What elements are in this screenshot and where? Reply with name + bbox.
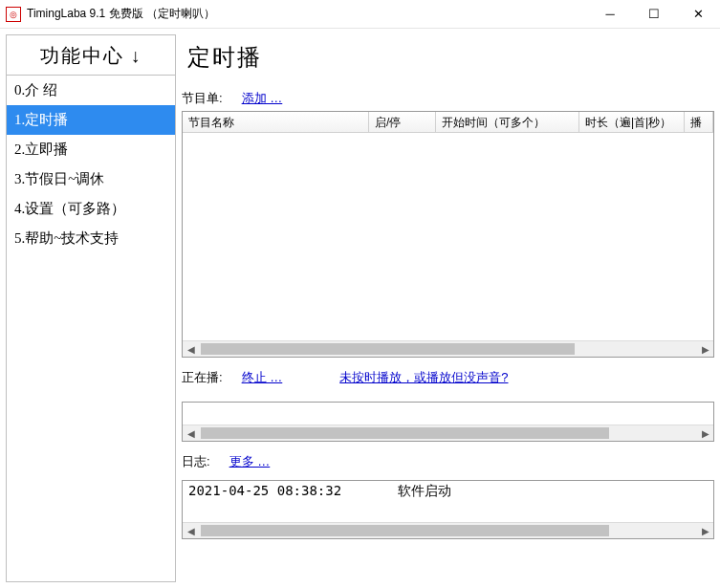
page-title: 定时播 xyxy=(182,34,714,88)
sidebar-item-1[interactable]: 1.定时播 xyxy=(7,105,175,135)
minimize-button[interactable]: ─ xyxy=(588,0,632,29)
scroll-right-icon[interactable]: ▶ xyxy=(697,425,713,441)
client-area: 功能中心 ↓ 0.介 绍1.定时播2.立即播3.节假日~调休4.设置（可多路）5… xyxy=(0,29,720,588)
column-header-1[interactable]: 启/停 xyxy=(369,112,436,132)
nowplay-label: 正在播: xyxy=(182,369,223,386)
log-box: 2021-04-25 08:38:32 软件启动 ◀ ▶ xyxy=(182,480,714,539)
program-section-header: 节目单: 添加 … xyxy=(182,88,714,111)
add-program-link[interactable]: 添加 … xyxy=(242,90,283,107)
log-body[interactable]: 2021-04-25 08:38:32 软件启动 xyxy=(183,481,713,522)
scroll-right-icon[interactable]: ▶ xyxy=(697,341,713,357)
log-section-header: 日志: 更多 … xyxy=(182,451,714,474)
stop-link[interactable]: 终止 … xyxy=(242,369,283,386)
scroll-left-icon[interactable]: ◀ xyxy=(183,341,199,357)
scroll-thumb[interactable] xyxy=(201,343,575,355)
maximize-button[interactable]: ☐ xyxy=(632,0,676,29)
app-icon: ◎ xyxy=(6,7,21,22)
table-hscrollbar[interactable]: ◀ ▶ xyxy=(183,340,713,357)
program-table: 节目名称启/停开始时间（可多个）时长（遍|首|秒）播 ◀ ▶ xyxy=(182,111,714,358)
nowplay-box: ◀ ▶ xyxy=(182,402,714,442)
column-header-4[interactable]: 播 xyxy=(685,112,713,132)
scroll-track[interactable] xyxy=(199,425,697,441)
program-label: 节目单: xyxy=(182,90,223,107)
scroll-left-icon[interactable]: ◀ xyxy=(183,523,199,538)
sidebar: 功能中心 ↓ 0.介 绍1.定时播2.立即播3.节假日~调休4.设置（可多路）5… xyxy=(6,34,176,582)
nowplay-body[interactable] xyxy=(183,403,713,425)
sidebar-header[interactable]: 功能中心 ↓ xyxy=(7,35,175,76)
table-header: 节目名称启/停开始时间（可多个）时长（遍|首|秒）播 xyxy=(183,112,713,133)
sidebar-item-2[interactable]: 2.立即播 xyxy=(7,135,175,164)
scroll-track[interactable] xyxy=(199,523,697,538)
titlebar: ◎ TimingLaba 9.1 免费版 （定时喇叭） ─ ☐ ✕ xyxy=(0,0,720,29)
log-entry-msg: 软件启动 xyxy=(398,483,451,498)
sidebar-list: 0.介 绍1.定时播2.立即播3.节假日~调休4.设置（可多路）5.帮助~技术支… xyxy=(7,76,175,581)
scroll-thumb[interactable] xyxy=(201,427,609,439)
log-label: 日志: xyxy=(182,453,210,470)
main-panel: 定时播 节目单: 添加 … 节目名称启/停开始时间（可多个）时长（遍|首|秒）播… xyxy=(182,34,714,582)
table-body[interactable] xyxy=(183,133,713,340)
column-header-3[interactable]: 时长（遍|首|秒） xyxy=(579,112,685,132)
column-header-2[interactable]: 开始时间（可多个） xyxy=(436,112,579,132)
close-button[interactable]: ✕ xyxy=(676,0,720,29)
sidebar-item-4[interactable]: 4.设置（可多路） xyxy=(7,194,175,224)
column-header-0[interactable]: 节目名称 xyxy=(183,112,369,132)
scroll-left-icon[interactable]: ◀ xyxy=(183,425,199,441)
nowplay-section-header: 正在播: 终止 … 未按时播放，或播放但没声音? xyxy=(182,367,714,390)
sidebar-item-3[interactable]: 3.节假日~调休 xyxy=(7,164,175,194)
window-title: TimingLaba 9.1 免费版 （定时喇叭） xyxy=(27,6,588,22)
log-entry-time: 2021-04-25 08:38:32 xyxy=(188,483,341,498)
scroll-right-icon[interactable]: ▶ xyxy=(697,523,713,538)
sidebar-item-0[interactable]: 0.介 绍 xyxy=(7,76,175,105)
log-hscrollbar[interactable]: ◀ ▶ xyxy=(183,522,713,538)
window-controls: ─ ☐ ✕ xyxy=(588,0,720,29)
sidebar-item-5[interactable]: 5.帮助~技术支持 xyxy=(7,224,175,253)
log-more-link[interactable]: 更多 … xyxy=(229,453,271,470)
scroll-thumb[interactable] xyxy=(201,525,609,536)
troubleshoot-link[interactable]: 未按时播放，或播放但没声音? xyxy=(339,369,508,386)
nowplay-hscrollbar[interactable]: ◀ ▶ xyxy=(183,425,713,441)
scroll-track[interactable] xyxy=(199,341,697,357)
